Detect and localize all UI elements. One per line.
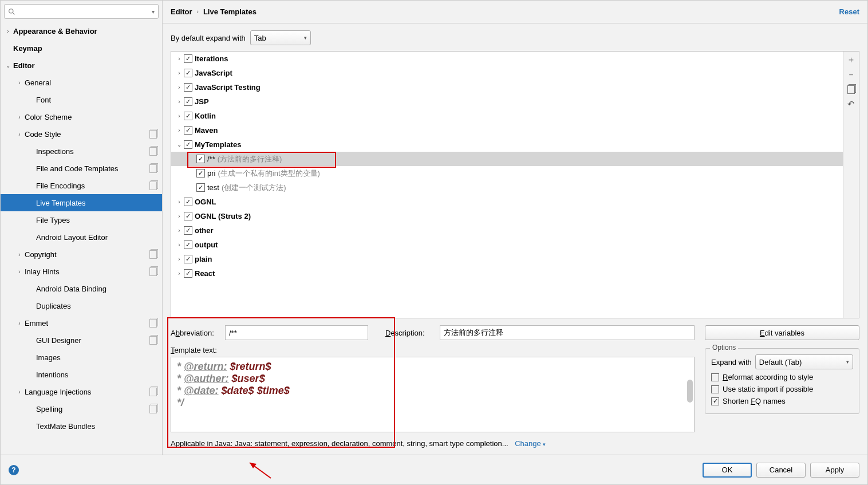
- template-group[interactable]: ›iterations: [171, 52, 843, 66]
- template-group[interactable]: ›Kotlin: [171, 109, 843, 123]
- main-panel: Editor › Live Templates Reset By default…: [163, 1, 867, 455]
- enable-checkbox[interactable]: [184, 240, 192, 249]
- enable-checkbox[interactable]: [184, 54, 192, 63]
- enable-checkbox[interactable]: [196, 169, 205, 178]
- enable-checkbox[interactable]: [184, 126, 192, 135]
- description-input[interactable]: [440, 325, 695, 340]
- expand-with-select[interactable]: Tab ▾: [250, 30, 311, 45]
- template-group[interactable]: ⌄MyTemplates: [171, 137, 843, 152]
- shorten-fq-checkbox[interactable]: [711, 397, 719, 405]
- template-group[interactable]: ›Maven: [171, 123, 843, 137]
- sidebar-item-spelling[interactable]: Spelling: [1, 400, 162, 417]
- chevron-right-icon: ›: [197, 9, 199, 15]
- sidebar-item-label: Inspections: [36, 147, 149, 156]
- tree-item-label: OGNL (Struts 2): [195, 212, 251, 220]
- help-icon[interactable]: ?: [9, 465, 19, 475]
- template-group[interactable]: ›OGNL: [171, 195, 843, 209]
- template-group[interactable]: ›JavaScript: [171, 66, 843, 80]
- enable-checkbox[interactable]: [184, 226, 192, 235]
- enable-checkbox[interactable]: [184, 83, 192, 92]
- template-group[interactable]: ›JSP: [171, 94, 843, 109]
- tree-item-label: Maven: [195, 126, 218, 135]
- copy-template-icon[interactable]: [847, 85, 856, 94]
- sidebar-item-textmate-bundles[interactable]: TextMate Bundles: [1, 417, 162, 435]
- template-group[interactable]: ›JavaScript Testing: [171, 80, 843, 94]
- reformat-checkbox[interactable]: [711, 373, 719, 381]
- sidebar-item-color-scheme[interactable]: ›Color Scheme: [1, 108, 162, 125]
- add-icon[interactable]: ＋: [847, 55, 856, 64]
- template-group[interactable]: ›plain: [171, 252, 843, 266]
- reset-link[interactable]: Reset: [839, 7, 859, 16]
- template-tree[interactable]: ›iterations›JavaScript›JavaScript Testin…: [171, 52, 843, 318]
- sidebar-item-live-templates[interactable]: Live Templates: [1, 194, 162, 211]
- chevron-down-icon: ▾: [846, 359, 849, 365]
- template-group[interactable]: ›output: [171, 238, 843, 252]
- sidebar-item-label: Copyright: [25, 250, 149, 259]
- sidebar-item-label: Language Injections: [25, 388, 149, 396]
- chevron-icon: ›: [175, 113, 184, 119]
- apply-button[interactable]: Apply: [810, 463, 859, 478]
- enable-checkbox[interactable]: [184, 69, 192, 77]
- opt-static-label: Use static import if possible: [723, 385, 813, 393]
- enable-checkbox[interactable]: [184, 97, 192, 106]
- chevron-icon: ›: [175, 199, 184, 205]
- edit-variables-button[interactable]: Edit variables: [705, 325, 859, 340]
- sidebar-item-label: Color Scheme: [25, 113, 157, 121]
- chevron-down-icon[interactable]: ▾: [152, 9, 155, 15]
- sidebar-item-copyright[interactable]: ›Copyright: [1, 246, 162, 263]
- enable-checkbox[interactable]: [184, 212, 192, 220]
- breadcrumb-b: Live Templates: [203, 7, 257, 16]
- sidebar-item-intentions[interactable]: Intentions: [1, 366, 162, 383]
- ok-button[interactable]: OK: [703, 463, 752, 478]
- abbreviation-input[interactable]: [225, 325, 368, 340]
- sidebar-item-font[interactable]: Font: [1, 91, 162, 108]
- sidebar-item-duplicates[interactable]: Duplicates: [1, 297, 162, 314]
- sidebar-item-images[interactable]: Images: [1, 349, 162, 366]
- sidebar-item-gui-designer[interactable]: GUI Designer: [1, 332, 162, 349]
- sidebar-item-file-types[interactable]: File Types: [1, 211, 162, 228]
- sidebar-item-label: Font: [36, 96, 157, 104]
- sidebar-item-editor[interactable]: ⌄Editor: [1, 57, 162, 74]
- sidebar-item-code-style[interactable]: ›Code Style: [1, 125, 162, 143]
- remove-icon[interactable]: －: [847, 70, 856, 79]
- sidebar-item-file-encodings[interactable]: File Encodings: [1, 177, 162, 194]
- sidebar-item-android-data-binding[interactable]: Android Data Binding: [1, 280, 162, 297]
- cancel-button[interactable]: Cancel: [756, 463, 806, 478]
- template-text-editor[interactable]: * @return: $return$* @auther: $user$* @d…: [171, 357, 695, 432]
- tree-item-desc: (生成一个私有的int类型的变量): [218, 168, 319, 179]
- sidebar-item-general[interactable]: ›General: [1, 74, 162, 91]
- sidebar-item-emmet[interactable]: ›Emmet: [1, 314, 162, 332]
- enable-checkbox[interactable]: [184, 112, 192, 120]
- template-item[interactable]: /**(方法前的多行注释): [171, 152, 843, 166]
- sidebar-item-file-and-code-templates[interactable]: File and Code Templates: [1, 160, 162, 177]
- static-import-checkbox[interactable]: [711, 385, 719, 393]
- scrollbar-thumb[interactable]: [687, 380, 693, 403]
- template-group[interactable]: ›React: [171, 266, 843, 281]
- enable-checkbox[interactable]: [184, 198, 192, 206]
- sidebar-item-android-layout-editor[interactable]: Android Layout Editor: [1, 228, 162, 246]
- enable-checkbox[interactable]: [184, 140, 192, 149]
- template-item[interactable]: test(创建一个测试方法): [171, 180, 843, 195]
- enable-checkbox[interactable]: [196, 183, 205, 192]
- template-group[interactable]: ›other: [171, 223, 843, 238]
- sidebar-item-language-injections[interactable]: ›Language Injections: [1, 383, 162, 400]
- chevron-icon: ⌄: [175, 141, 184, 148]
- chevron-icon: ›: [14, 269, 25, 275]
- chevron-icon: ›: [175, 84, 184, 90]
- template-group[interactable]: ›OGNL (Struts 2): [171, 209, 843, 223]
- template-line: * @date: $date$ $time$: [177, 385, 688, 397]
- enable-checkbox[interactable]: [196, 155, 205, 163]
- enable-checkbox[interactable]: [184, 269, 192, 278]
- tree-item-label: JavaScript: [195, 69, 232, 77]
- sidebar-item-appearance-behavior[interactable]: ›Appearance & Behavior: [1, 22, 162, 40]
- sidebar-item-keymap[interactable]: Keymap: [1, 40, 162, 57]
- search-input[interactable]: ▾: [4, 4, 159, 19]
- enable-checkbox[interactable]: [184, 255, 192, 263]
- sidebar-item-inlay-hints[interactable]: ›Inlay Hints: [1, 263, 162, 280]
- opt-expand-with-select[interactable]: Default (Tab) ▾: [755, 354, 853, 369]
- template-item[interactable]: pri(生成一个私有的int类型的变量): [171, 166, 843, 180]
- sidebar-item-inspections[interactable]: Inspections: [1, 143, 162, 160]
- applicable-context-text: Applicable in Java: Java: statement, exp…: [171, 439, 508, 448]
- revert-icon[interactable]: ↶: [847, 100, 856, 109]
- change-context-link[interactable]: Change ▾: [515, 439, 546, 448]
